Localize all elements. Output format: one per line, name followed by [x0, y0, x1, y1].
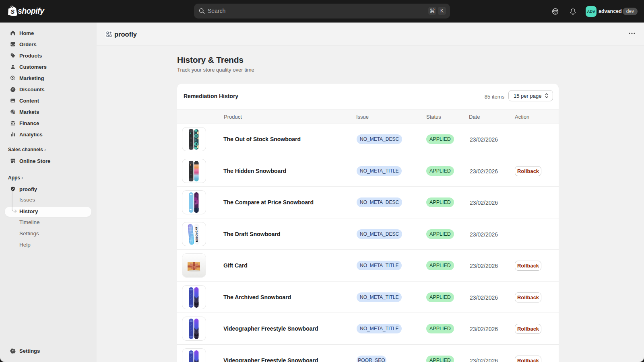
svg-text:HYDROGEN: HYDROGEN — [194, 227, 198, 242]
svg-text:S: S — [10, 8, 14, 15]
